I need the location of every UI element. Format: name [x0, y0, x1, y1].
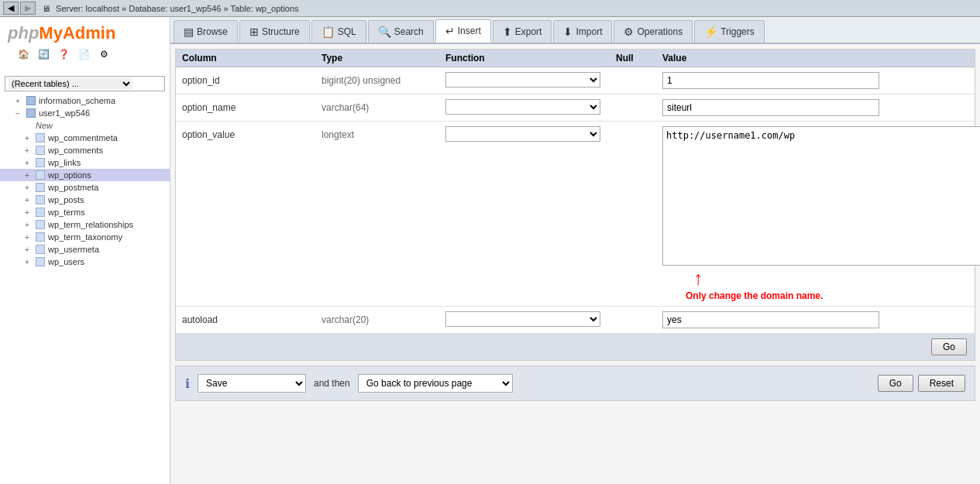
- expand-icon: +: [25, 196, 33, 204]
- breadcrumb-text: Server: localhost » Database: user1_wp54…: [56, 4, 299, 13]
- field-option_id-input[interactable]: 1: [662, 72, 879, 89]
- tab-sql[interactable]: 📋 SQL: [311, 20, 366, 43]
- sidebar-item-wp_postmeta[interactable]: + wp_postmeta: [0, 181, 170, 194]
- expand-icon: +: [25, 146, 33, 155]
- reset-button[interactable]: Reset: [918, 375, 965, 392]
- table-icon: [36, 158, 45, 167]
- sidebar-item-wp_links[interactable]: + wp_links: [0, 156, 170, 169]
- sidebar-item-wp_options[interactable]: + wp_options: [0, 169, 170, 181]
- table-icon: [36, 195, 45, 204]
- save-go-button[interactable]: Go: [878, 375, 913, 392]
- sidebar: phpMyAdmin 🏠 🔄 ❓ 📄 ⚙ (Recent tables) ...…: [0, 17, 170, 484]
- field-option_name-func-select[interactable]: [445, 99, 600, 115]
- field-autoload-func-select[interactable]: [445, 311, 600, 327]
- annotation-text: Only change the domain name.: [686, 290, 823, 301]
- db-tree: + information_schema − user1_wp546 New +…: [0, 94, 170, 268]
- table-icon: [36, 257, 45, 266]
- and-then-label: and then: [314, 378, 350, 389]
- field-autoload-input[interactable]: [662, 311, 879, 328]
- breadcrumb: 🖥 Server: localhost » Database: user1_wp…: [40, 4, 301, 13]
- field-option_name-func: [445, 99, 616, 115]
- export-icon: ⬆: [503, 26, 512, 38]
- go-row: Go: [176, 334, 975, 360]
- sidebar-item-wp_comments[interactable]: + wp_comments: [0, 144, 170, 156]
- triggers-icon: ⚡: [704, 26, 717, 38]
- save-select[interactable]: SaveGo back to this pageGo back to previ…: [198, 374, 306, 393]
- top-bar: ◀ ▶ 🖥 Server: localhost » Database: user…: [0, 0, 980, 17]
- settings-icon[interactable]: ⚙: [96, 46, 112, 62]
- field-autoload-value: [662, 311, 968, 328]
- field-option_id-func-select[interactable]: [445, 72, 600, 88]
- db-icon: [26, 96, 36, 105]
- tab-structure[interactable]: ⊞ Structure: [239, 20, 310, 43]
- expand-icon: +: [25, 171, 33, 180]
- refresh-icon[interactable]: 🔄: [36, 46, 51, 62]
- sidebar-item-information_schema[interactable]: + information_schema: [0, 94, 170, 107]
- breadcrumb-icon: 🖥: [42, 4, 50, 13]
- row-option_value: option_value longtext http://username1.c…: [176, 122, 975, 307]
- field-option_value-name: option_value: [182, 126, 322, 140]
- save-bar-buttons: Go Reset: [878, 375, 965, 392]
- row-autoload: autoload varchar(20): [176, 307, 975, 334]
- table-icon: [36, 232, 45, 242]
- field-option_value-textarea[interactable]: http://username1.com/wp: [662, 126, 980, 266]
- field-option_value-func-select[interactable]: [445, 126, 600, 142]
- sidebar-item-wp_term_taxonomy[interactable]: + wp_term_taxonomy: [0, 231, 170, 243]
- tab-search[interactable]: 🔍 Search: [368, 20, 434, 43]
- sidebar-item-wp_users[interactable]: + wp_users: [0, 256, 170, 268]
- field-option_name-name: option_name: [182, 99, 322, 113]
- tab-browse-label: Browse: [197, 26, 228, 37]
- field-option_id-null: [616, 72, 662, 75]
- tab-structure-label: Structure: [262, 26, 300, 37]
- col-header-type: Type: [322, 53, 445, 64]
- expand-icon: +: [25, 208, 33, 217]
- nav-back-button[interactable]: ◀: [3, 2, 19, 15]
- sidebar-item-wp_posts[interactable]: + wp_posts: [0, 194, 170, 206]
- info-icon[interactable]: ℹ: [185, 376, 190, 391]
- goto-select[interactable]: Go back to previous pageGo back to this …: [358, 374, 513, 393]
- field-option_name-input[interactable]: [662, 99, 879, 116]
- sidebar-item-label: wp_comments: [48, 146, 103, 155]
- expand-icon: +: [25, 245, 33, 254]
- sidebar-item-wp_terms[interactable]: + wp_terms: [0, 206, 170, 218]
- field-option_id-value: 1: [662, 72, 968, 89]
- tab-import-label: Import: [576, 26, 602, 37]
- tab-operations[interactable]: ⚙ Operations: [614, 20, 693, 43]
- sidebar-item-wp_usermeta[interactable]: + wp_usermeta: [0, 243, 170, 256]
- sidebar-item-wp_commentmeta[interactable]: + wp_commentmeta: [0, 132, 170, 144]
- docs-icon[interactable]: 📄: [76, 46, 91, 62]
- tab-export-label: Export: [515, 26, 542, 37]
- field-option_id-name: option_id: [182, 72, 322, 86]
- home-icon[interactable]: 🏠: [15, 46, 31, 62]
- operations-icon: ⚙: [624, 26, 634, 38]
- table-icon: [36, 133, 45, 142]
- sidebar-item-label: wp_term_relationships: [48, 220, 133, 229]
- sidebar-item-label: wp_term_taxonomy: [48, 232, 122, 242]
- tab-insert[interactable]: ↵ Insert: [435, 19, 491, 43]
- tab-triggers[interactable]: ⚡ Triggers: [694, 20, 765, 43]
- field-autoload-null: [616, 311, 662, 314]
- sql-icon: 📋: [322, 26, 335, 38]
- toolbar: ▤ Browse ⊞ Structure 📋 SQL 🔍 Search ↵ In…: [170, 17, 980, 44]
- import-icon: ⬇: [563, 26, 573, 38]
- nav-forward-button[interactable]: ▶: [20, 2, 36, 15]
- sidebar-item-new[interactable]: New: [0, 119, 170, 132]
- tab-insert-label: Insert: [458, 26, 481, 36]
- go-button[interactable]: Go: [931, 338, 967, 355]
- col-header-null: Null: [616, 53, 662, 64]
- sidebar-item-user1_wp546[interactable]: − user1_wp546: [0, 107, 170, 119]
- sidebar-item-label: information_schema: [39, 96, 115, 105]
- help-icon[interactable]: ❓: [56, 46, 71, 62]
- logo: phpMyAdmin: [8, 23, 162, 43]
- recent-tables-select[interactable]: (Recent tables) ...: [9, 78, 132, 89]
- tab-import[interactable]: ⬇ Import: [553, 20, 612, 43]
- sidebar-item-wp_term_relationships[interactable]: + wp_term_relationships: [0, 218, 170, 231]
- tab-search-label: Search: [394, 26, 424, 37]
- field-option_value-null: [616, 126, 662, 129]
- table-icon: [36, 245, 45, 254]
- field-autoload-func: [445, 311, 616, 327]
- tab-export[interactable]: ⬆ Export: [493, 20, 552, 43]
- recent-tables-selector[interactable]: (Recent tables) ...: [5, 76, 165, 91]
- tab-browse[interactable]: ▤ Browse: [174, 20, 238, 43]
- tab-operations-label: Operations: [637, 26, 683, 37]
